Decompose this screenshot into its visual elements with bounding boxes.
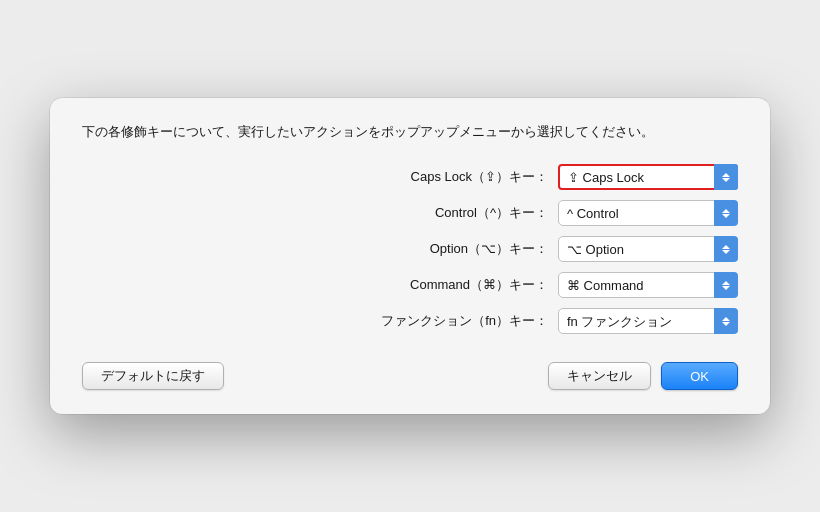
cancel-button[interactable]: キャンセル: [548, 362, 651, 390]
modifier-key-select-function[interactable]: fn ファンクション⇪ Caps Lock^ Control⌥ Option⌘ …: [558, 308, 738, 334]
select-wrapper-control: ^ Control⇪ Caps Lock⌥ Option⌘ Commandfn …: [558, 200, 738, 226]
modifier-key-label-control: Control（^）キー：: [435, 204, 548, 222]
dialog-footer: デフォルトに戻す キャンセル OK: [82, 362, 738, 390]
select-wrapper-option: ⌥ Option⇪ Caps Lock^ Control⌘ Commandfn …: [558, 236, 738, 262]
modifier-key-select-control[interactable]: ^ Control⇪ Caps Lock⌥ Option⌘ Commandfn …: [558, 200, 738, 226]
modifier-key-select-caps-lock[interactable]: ⇪ Caps Lock^ Control⌥ Option⌘ Commandfn …: [558, 164, 738, 190]
modifier-key-label-function: ファンクション（fn）キー：: [381, 312, 548, 330]
modifier-key-label-command: Command（⌘）キー：: [410, 276, 548, 294]
select-wrapper-command: ⌘ Command⇪ Caps Lock^ Control⌥ Optionfn …: [558, 272, 738, 298]
modifier-key-row-function: ファンクション（fn）キー：fn ファンクション⇪ Caps Lock^ Con…: [82, 308, 738, 334]
footer-right-buttons: キャンセル OK: [548, 362, 738, 390]
select-wrapper-caps-lock: ⇪ Caps Lock^ Control⌥ Option⌘ Commandfn …: [558, 164, 738, 190]
modifier-key-select-option[interactable]: ⌥ Option⇪ Caps Lock^ Control⌘ Commandfn …: [558, 236, 738, 262]
ok-button[interactable]: OK: [661, 362, 738, 390]
modifier-key-label-option: Option（⌥）キー：: [430, 240, 548, 258]
modifier-key-select-command[interactable]: ⌘ Command⇪ Caps Lock^ Control⌥ Optionfn …: [558, 272, 738, 298]
modifier-key-label-caps-lock: Caps Lock（⇪）キー：: [411, 168, 548, 186]
select-wrapper-function: fn ファンクション⇪ Caps Lock^ Control⌥ Option⌘ …: [558, 308, 738, 334]
modifier-key-row-control: Control（^）キー：^ Control⇪ Caps Lock⌥ Optio…: [82, 200, 738, 226]
modifier-key-row-option: Option（⌥）キー：⌥ Option⇪ Caps Lock^ Control…: [82, 236, 738, 262]
dialog-description: 下の各修飾キーについて、実行したいアクションをポップアップメニューから選択してく…: [82, 122, 738, 143]
restore-defaults-button[interactable]: デフォルトに戻す: [82, 362, 224, 390]
modifier-key-rows: Caps Lock（⇪）キー：⇪ Caps Lock^ Control⌥ Opt…: [82, 164, 738, 334]
modifier-keys-dialog: 下の各修飾キーについて、実行したいアクションをポップアップメニューから選択してく…: [50, 98, 770, 415]
modifier-key-row-command: Command（⌘）キー：⌘ Command⇪ Caps Lock^ Contr…: [82, 272, 738, 298]
modifier-key-row-caps-lock: Caps Lock（⇪）キー：⇪ Caps Lock^ Control⌥ Opt…: [82, 164, 738, 190]
